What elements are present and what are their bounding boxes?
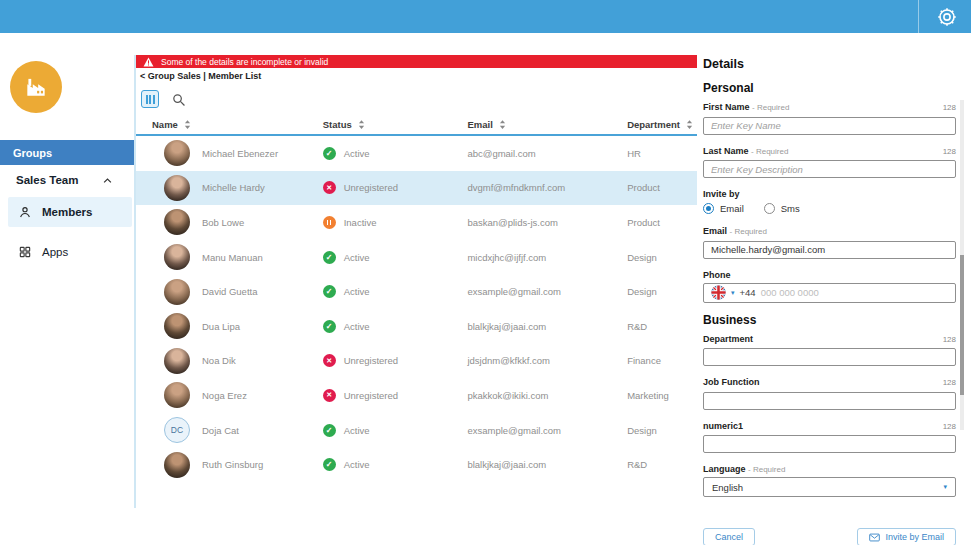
member-name: Noga Erez	[202, 390, 247, 401]
search-icon[interactable]	[171, 92, 186, 107]
member-department: R&D	[627, 321, 697, 332]
status-unregistered-icon	[323, 181, 336, 194]
chevron-down-icon: ▾	[943, 483, 947, 491]
topbar-divider	[918, 0, 919, 33]
invite-email-radio[interactable]: Email	[703, 203, 744, 214]
details-scrollbar-thumb[interactable]	[960, 255, 964, 395]
status-label: Active	[344, 425, 370, 436]
phone-placeholder: 000 000 0000	[761, 287, 819, 298]
required-suffix: - Required	[751, 147, 788, 156]
member-name: Ruth Ginsburg	[202, 459, 263, 470]
breadcrumb[interactable]: < Group Sales | Member List	[140, 71, 697, 81]
column-header-department[interactable]: Department	[627, 119, 697, 130]
groups-label: Groups	[13, 147, 52, 159]
sidebar-item-groups[interactable]: Groups	[0, 140, 134, 165]
status-label: Unregistered	[344, 390, 398, 401]
member-email: exsample@gmail.com	[467, 286, 627, 297]
sidebar: Groups Sales Team Members Apps	[0, 33, 134, 545]
char-counter: 128	[943, 147, 956, 156]
last-name-field[interactable]	[703, 160, 956, 178]
char-counter: 128	[943, 378, 956, 387]
member-department: Design	[627, 286, 697, 297]
last-name-label: Last Name - Required	[703, 146, 788, 156]
invite-by-radio-group: Email Sms	[703, 203, 956, 214]
avatar	[164, 348, 190, 374]
department-field[interactable]	[703, 348, 956, 366]
table-row[interactable]: Bob Lowe Inactive baskan@plids-js.com Pr…	[136, 205, 697, 240]
invite-sms-radio[interactable]: Sms	[764, 203, 800, 214]
table-row[interactable]: Michael Ebenezer Active abc@gmail.com HR	[136, 136, 697, 171]
table-row[interactable]: DC Doja Cat Active exsample@gmail.com De…	[136, 413, 697, 448]
uk-flag-icon	[711, 285, 726, 300]
sidebar-item-apps[interactable]: Apps	[8, 237, 132, 267]
member-email: micdxjhc@ijfjf.com	[467, 252, 627, 263]
table-row[interactable]: Noga Erez Unregistered pkakkok@ikiki.com…	[136, 378, 697, 413]
numeric1-field[interactable]	[703, 435, 956, 453]
member-department: HR	[627, 148, 697, 159]
email-field[interactable]	[703, 241, 956, 259]
table-row[interactable]: Noa Dik Unregistered jdsjdnm@kfkkf.com F…	[136, 344, 697, 379]
avatar	[164, 175, 190, 201]
person-icon	[18, 205, 32, 219]
apps-label: Apps	[42, 246, 68, 258]
cancel-button[interactable]: Cancel	[703, 528, 755, 545]
first-name-field[interactable]	[703, 117, 956, 135]
member-name: Doja Cat	[202, 425, 239, 436]
invite-by-email-button[interactable]: Invite by Email	[857, 528, 956, 545]
apps-grid-icon	[18, 245, 32, 259]
status-label: Unregistered	[344, 355, 398, 366]
member-department: Product	[627, 182, 697, 193]
avatar	[164, 279, 190, 305]
chevron-up-icon	[103, 177, 112, 184]
member-name: Noa Dik	[202, 355, 236, 366]
status-active-icon	[323, 147, 336, 160]
table-row[interactable]: Ruth Ginsburg Active blalkjkaj@jaai.com …	[136, 447, 697, 482]
phone-label: Phone	[703, 270, 731, 280]
table-row[interactable]: David Guetta Active exsample@gmail.com D…	[136, 274, 697, 309]
member-department: Design	[627, 425, 697, 436]
factory-icon	[23, 74, 49, 100]
member-department: Marketing	[627, 390, 697, 401]
first-name-label: First Name - Required	[703, 102, 789, 112]
table-row[interactable]: Manu Manuan Active micdxjhc@ijfjf.com De…	[136, 240, 697, 275]
details-panel: Details Personal First Name - Required 1…	[703, 57, 956, 545]
column-settings-icon[interactable]	[141, 90, 159, 108]
member-email: blalkjkaj@jaai.com	[467, 459, 627, 470]
sidebar-item-sales-team[interactable]: Sales Team	[0, 165, 134, 195]
job-function-label: Job Function	[703, 377, 760, 387]
personal-section-title: Personal	[703, 81, 956, 95]
numeric1-label: numeric1	[703, 421, 743, 431]
avatar	[164, 244, 190, 270]
avatar	[164, 452, 190, 478]
chevron-down-icon[interactable]: ▾	[731, 289, 735, 297]
language-select[interactable]: English ▾	[703, 477, 956, 497]
column-header-name[interactable]: Name	[136, 119, 323, 130]
details-scrollbar-track[interactable]	[960, 100, 964, 430]
top-app-bar	[0, 0, 971, 33]
table-row-selected[interactable]: Michelle Hardy Unregistered dvgmf@mfndkm…	[136, 171, 697, 206]
details-title: Details	[703, 57, 956, 71]
company-logo[interactable]	[10, 61, 62, 113]
invite-by-label: Invite by	[703, 189, 740, 199]
column-header-email[interactable]: Email	[467, 119, 627, 130]
table-row[interactable]: Dua Lipa Active blalkjkaj@jaai.com R&D	[136, 309, 697, 344]
member-name: David Guetta	[202, 286, 257, 297]
column-header-status[interactable]: Status	[323, 119, 468, 130]
alert-text: Some of the details are incomplete or in…	[161, 57, 328, 67]
required-suffix: - Required	[752, 103, 789, 112]
char-counter: 128	[943, 335, 956, 344]
member-name: Bob Lowe	[202, 217, 244, 228]
member-department: R&D	[627, 459, 697, 470]
avatar	[164, 382, 190, 408]
phone-field[interactable]: ▾ +44 000 000 0000	[703, 283, 956, 303]
status-active-icon	[323, 285, 336, 298]
job-function-field[interactable]	[703, 392, 956, 410]
language-value: English	[712, 482, 743, 493]
avatar	[164, 313, 190, 339]
member-email: jdsjdnm@kfkkf.com	[467, 355, 627, 366]
avatar	[164, 140, 190, 166]
sidebar-item-members[interactable]: Members	[8, 197, 132, 227]
member-list-panel: Some of the details are incomplete or in…	[134, 55, 697, 508]
email-label: Email - Required	[703, 226, 767, 236]
settings-gear-icon[interactable]	[935, 5, 959, 29]
